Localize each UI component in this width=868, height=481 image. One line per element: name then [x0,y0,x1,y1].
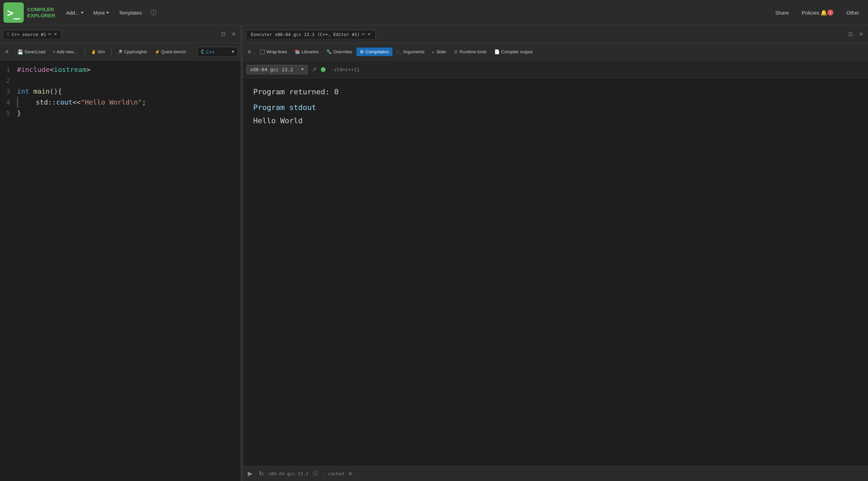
compiler-selector[interactable]: x86-64 gcc 13.2 [246,65,308,74]
program-returned-line: Program returned: 0 [253,85,858,99]
logo-icon: >_ [3,2,24,23]
editor-toolbar: A 💾 Save/Load + Add new... ✌ Vim 🔎 CppIn… [0,43,241,61]
exec-overrides-button[interactable]: 🔧 Overrides [323,48,356,56]
editor-maximize-button[interactable]: ⊡ [219,30,227,38]
executor-statusbar: ▶ ↻ x86-64 gcc 13.2 ⓘ - cached ≡ [243,466,868,481]
exec-stdin-button[interactable]: ⬥ Stdin [428,48,450,56]
editor-close-button[interactable]: ✕ [229,30,238,38]
editor-panel: C C++ source #1 ✏ ✕ ⊡ ✕ A 💾 Save/Load + … [0,25,241,481]
cppinsights-icon: 🔎 [117,50,123,54]
executor-tabbar: Executor x86-64 gcc 13.2 (C++, Editor #1… [243,25,868,43]
brand-text: COMPILER EXPLORER [27,6,55,19]
exec-compiler-output-button[interactable]: 📄 Compiler output [491,48,536,56]
cpp-lang-icon: C [201,49,204,55]
editor-tabbar: C C++ source #1 ✏ ✕ ⊡ ✕ [0,25,241,43]
executor-close-button[interactable]: ✕ [857,30,865,38]
editor-tab-close-button[interactable]: ✕ [54,32,57,37]
exec-compilation-button[interactable]: ⚙ Compilation [356,48,392,56]
toolbar-separator-2 [111,48,111,56]
vim-icon: ✌ [91,50,96,54]
policies-button[interactable]: Policies 🔔 1 [798,7,839,18]
runtime-tools-icon: ⚙ [454,49,458,54]
code-editor[interactable]: 1 #include<iostream> 2 3 int main(){ 4 s… [0,61,241,481]
program-stdout-header: Program stdout [253,101,858,114]
compiler-name: x86-64 gcc 13.2 [250,67,293,72]
statusbar-cached-label: - cached [322,471,344,476]
info-button[interactable]: ⓘ [148,7,159,18]
arguments-icon: >_ [396,49,402,54]
toolbar-separator-1 [85,48,85,56]
quickbench-button[interactable]: ⚡ Quick-bench [152,48,189,56]
executor-tab-label: Executor x86-64 gcc 13.2 (C++, Editor #1… [251,32,360,37]
svg-text:>_: >_ [7,6,20,19]
font-size-button[interactable]: A [3,48,13,56]
stdin-icon: ⬥ [432,49,435,54]
statusbar-run-button[interactable]: ▶ [246,468,254,479]
code-line-1: 1 #include<iostream> [0,64,241,75]
editor-tab-lang-icon: C [7,32,10,37]
compiler-flags[interactable]: -std=c++11 [328,66,362,74]
output-area: Program returned: 0 Program stdout Hello… [243,78,868,466]
language-selector[interactable]: C C++ [197,47,238,57]
exec-font-size-button[interactable]: A [244,48,256,56]
templates-button[interactable]: Templates [115,8,146,18]
add-new-button[interactable]: + Add new... [50,48,81,56]
policies-badge: 1 [827,10,833,16]
libraries-icon: 📚 [295,49,300,54]
other-button[interactable]: Other [842,8,865,18]
wrap-lines-checkbox-icon [260,50,265,54]
navbar-items: Add... More Templates ⓘ [62,7,771,18]
navbar-right: Share Policies 🔔 1 Other [771,7,865,18]
quickbench-icon: ⚡ [155,50,160,54]
open-new-window-button[interactable]: ↗ [310,64,318,75]
cppinsights-button[interactable]: 🔎 CppInsights [115,48,150,56]
executor-tab[interactable]: Executor x86-64 gcc 13.2 (C++, Editor #1… [246,30,376,39]
code-line-3: 3 int main(){ [0,86,241,97]
statusbar-reload-button[interactable]: ↻ [257,468,265,479]
language-label: C++ [206,49,215,55]
brand: >_ COMPILER EXPLORER [3,2,55,23]
statusbar-info-button[interactable]: ⓘ [312,469,319,478]
lang-caret-icon [232,51,234,53]
exec-libraries-button[interactable]: 📚 Libraries [291,48,322,56]
editor-tab-edit-icon[interactable]: ✏ [48,32,52,37]
save-load-icon: 💾 [17,49,23,55]
editor-tab[interactable]: C C++ source #1 ✏ ✕ [3,30,61,39]
code-line-4: 4 std::cout<<"Hello World\n"; [0,97,241,108]
executor-tab-close-button[interactable]: ✕ [367,32,371,37]
navbar: >_ COMPILER EXPLORER Add... More Templat… [0,0,868,25]
more-caret-icon [106,12,109,14]
overrides-icon: 🔧 [326,49,332,54]
statusbar-compiler-name: x86-64 gcc 13.2 [269,471,308,476]
exec-wrap-lines-button[interactable]: Wrap lines [257,48,291,56]
code-line-2: 2 [0,75,241,86]
code-line-5: 5 } [0,108,241,118]
compiler-caret-icon [301,69,304,70]
executor-maximize-button[interactable]: ⊡ [846,30,855,38]
executor-panel: Executor x86-64 gcc 13.2 (C++, Editor #1… [243,25,868,481]
compilation-status-dot [321,67,326,72]
compilation-icon: ⚙ [360,49,364,54]
exec-arguments-button[interactable]: >_ Arguments [393,48,428,56]
executor-tab-edit-icon[interactable]: ✏ [362,32,365,37]
compiler-output-icon: 📄 [494,49,500,54]
exec-runtime-tools-button[interactable]: ⚙ Runtime tools [450,48,490,56]
main-layout: C C++ source #1 ✏ ✕ ⊡ ✕ A 💾 Save/Load + … [0,25,868,481]
executor-tab-actions: ⊡ ✕ [846,30,865,38]
compiler-bar: x86-64 gcc 13.2 ↗ -std=c++11 [243,61,868,78]
save-load-button[interactable]: 💾 Save/Load [15,48,48,56]
share-button[interactable]: Share [771,8,794,18]
executor-toolbar: A Wrap lines 📚 Libraries 🔧 Overrides ⚙ C… [243,43,868,61]
statusbar-list-button[interactable]: ≡ [347,469,354,479]
hello-world-line: Hello World [253,114,858,128]
editor-tab-label: C++ source #1 [12,32,46,37]
add-caret-icon [81,12,84,14]
add-button[interactable]: Add... [62,8,88,18]
editor-tab-actions: ⊡ ✕ [219,30,238,38]
vim-button[interactable]: ✌ Vim [88,48,108,56]
more-button[interactable]: More [89,8,113,18]
